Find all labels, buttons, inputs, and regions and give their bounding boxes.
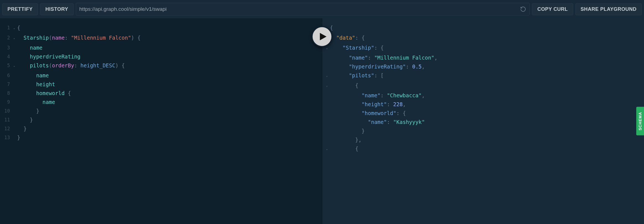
fold-toggle-icon <box>326 100 330 101</box>
result-viewer[interactable]: ▾{▾ "data": {▾ "Starship": { "name": "Mi… <box>322 18 644 224</box>
schema-tab[interactable]: SCHEMA <box>636 107 644 136</box>
query-line: 5▾ pilots(orderBy: height_DESC) { <box>0 61 322 71</box>
line-number: 13 <box>0 133 13 142</box>
fold-toggle-icon <box>326 135 330 136</box>
fold-toggle-icon[interactable]: ▾ <box>326 144 330 154</box>
app-root: PRETTIFY HISTORY COPY CURL SHARE PLAYGRO… <box>0 0 644 224</box>
fold-toggle-icon <box>13 115 17 116</box>
code-content: "height": 228, <box>330 100 644 109</box>
fold-toggle-icon[interactable]: ▾ <box>326 81 330 91</box>
query-line: 9 name <box>0 98 322 106</box>
fold-toggle-icon <box>13 80 17 81</box>
fold-toggle-icon <box>13 89 17 90</box>
code-content: } <box>17 133 322 142</box>
endpoint-url-input[interactable] <box>79 6 520 12</box>
code-content: "name": "Kashyyyk" <box>330 118 644 126</box>
code-content: hyperdriveRating <box>17 52 322 61</box>
query-line: 13} <box>0 133 322 142</box>
code-content: } <box>17 115 322 124</box>
fold-toggle-icon <box>13 71 17 72</box>
code-content: "data": { <box>330 33 644 42</box>
code-content: { <box>330 144 644 153</box>
code-content: height <box>17 80 322 89</box>
result-line: }, <box>322 135 644 144</box>
toolbar: PRETTIFY HISTORY COPY CURL SHARE PLAYGRO… <box>0 0 644 18</box>
copy-curl-button[interactable]: COPY CURL <box>532 3 573 15</box>
result-line: "height": 228, <box>322 100 644 109</box>
query-line: 4 hyperdriveRating <box>0 52 322 61</box>
main-split: 1▾{2▾ Starship(name: "Millennium Falcon"… <box>0 18 644 224</box>
result-line: ▾ { <box>322 81 644 91</box>
fold-toggle-icon[interactable]: ▾ <box>326 71 330 81</box>
query-line: 8 homeworld { <box>0 89 322 98</box>
fold-toggle-icon <box>326 62 330 63</box>
result-line: } <box>322 126 644 135</box>
result-line: "name": "Chewbacca", <box>322 91 644 100</box>
line-number: 4 <box>0 52 13 61</box>
code-content: "Starship": { <box>330 43 644 52</box>
query-line: 12 } <box>0 124 322 133</box>
fold-toggle-icon <box>326 109 330 110</box>
line-number: 6 <box>0 71 13 80</box>
line-number: 5 <box>0 61 13 70</box>
execute-button[interactable] <box>311 26 333 47</box>
line-number: 11 <box>0 115 13 124</box>
share-playground-button[interactable]: SHARE PLAYGROUND <box>575 3 642 15</box>
endpoint-url-bar[interactable] <box>76 3 530 16</box>
result-line: ▾ "data": { <box>322 33 644 43</box>
history-button[interactable]: HISTORY <box>40 3 74 15</box>
line-number: 8 <box>0 89 13 98</box>
fold-toggle-icon[interactable]: ▾ <box>13 23 17 33</box>
code-content: "homeworld": { <box>330 109 644 118</box>
code-content: name <box>17 43 322 52</box>
fold-toggle-icon <box>326 91 330 92</box>
line-number: 10 <box>0 106 13 115</box>
fold-toggle-icon[interactable]: ▾ <box>13 33 17 43</box>
query-line: 1▾{ <box>0 23 322 33</box>
result-line: "name": "Millennium Falcon", <box>322 53 644 62</box>
line-number: 7 <box>0 80 13 89</box>
fold-toggle-icon <box>326 53 330 54</box>
fold-toggle-icon <box>326 126 330 128</box>
query-line: 3 name <box>0 43 322 52</box>
code-content: "pilots": [ <box>330 71 644 80</box>
code-content: Starship(name: "Millennium Falcon") { <box>17 33 322 42</box>
fold-toggle-icon <box>326 118 330 119</box>
svg-marker-0 <box>320 33 326 40</box>
fold-toggle-icon <box>13 133 17 134</box>
line-number: 9 <box>0 98 13 106</box>
result-line: ▾ "pilots": [ <box>322 71 644 81</box>
prettify-button[interactable]: PRETTIFY <box>2 3 38 15</box>
fold-toggle-icon[interactable]: ▾ <box>13 61 17 71</box>
code-content: { <box>330 23 644 32</box>
code-content: } <box>17 124 322 133</box>
line-number: 1 <box>0 23 13 32</box>
fold-toggle-icon <box>13 43 17 44</box>
result-line: ▾ "Starship": { <box>322 43 644 53</box>
result-line: ▾ { <box>322 144 644 154</box>
query-editor[interactable]: 1▾{2▾ Starship(name: "Millennium Falcon"… <box>0 18 322 224</box>
code-content: homeworld { <box>17 89 322 98</box>
query-line: 7 height <box>0 80 322 89</box>
result-line: "name": "Kashyyyk" <box>322 118 644 126</box>
code-content: { <box>17 23 322 32</box>
line-number: 3 <box>0 43 13 52</box>
line-number: 2 <box>0 33 13 42</box>
code-content: } <box>17 106 322 115</box>
fold-toggle-icon <box>13 98 17 99</box>
code-content: pilots(orderBy: height_DESC) { <box>17 61 322 70</box>
query-line: 6 name <box>0 71 322 80</box>
code-content: "name": "Millennium Falcon", <box>330 53 644 62</box>
result-line: "hyperdriveRating": 0.5, <box>322 62 644 71</box>
line-number: 12 <box>0 124 13 133</box>
fold-toggle-icon <box>13 52 17 53</box>
result-line: ▾{ <box>322 23 644 33</box>
code-content: }, <box>330 135 644 144</box>
code-content: { <box>330 81 644 90</box>
play-icon <box>318 32 327 41</box>
code-content: name <box>17 71 322 80</box>
fold-toggle-icon <box>13 124 17 125</box>
result-line: "homeworld": { <box>322 109 644 118</box>
code-content: } <box>330 126 644 135</box>
reload-icon[interactable] <box>520 6 526 12</box>
